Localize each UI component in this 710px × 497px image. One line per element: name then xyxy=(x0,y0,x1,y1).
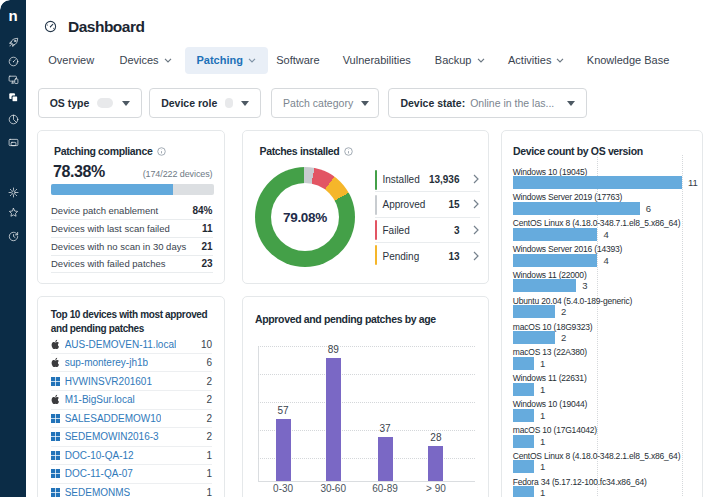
legend-label: Failed xyxy=(383,224,410,235)
brand-logo[interactable]: n xyxy=(0,7,26,24)
device-link[interactable]: DOC-11-QA-07 xyxy=(65,468,133,479)
os-bar xyxy=(513,357,534,370)
device-link[interactable]: SALESADDEMOW10 xyxy=(65,413,162,424)
legend-row-pending[interactable]: Pending13 xyxy=(375,243,480,268)
filter-label: Patch category xyxy=(283,97,353,109)
windows-icon xyxy=(51,413,61,424)
os-label: Windows Server 2019 (17763) xyxy=(513,192,696,202)
os-bar-group: Ubuntu 20.04 (5.4.0-189-generic)2 xyxy=(513,296,696,306)
tab-vulnerabilities[interactable]: Vulnerabilities xyxy=(343,46,411,74)
os-bar xyxy=(513,331,555,344)
donut-center-value: 79.08% xyxy=(283,210,327,225)
toggle-badge xyxy=(225,98,233,109)
tab-knowledge-base[interactable]: Knowledge Base xyxy=(587,46,670,74)
legend-row-approved[interactable]: Approved15 xyxy=(375,192,480,217)
settings-gear-icon[interactable] xyxy=(8,187,19,198)
favorites-star-icon[interactable] xyxy=(8,207,19,218)
windows-icon xyxy=(51,431,61,442)
chevron-down-icon xyxy=(477,58,485,63)
device-value: 1 xyxy=(206,450,212,461)
os-bar xyxy=(513,305,555,318)
patching-compliance-card: Patching compliance 78.38% (174/222 devi… xyxy=(37,130,225,284)
dashboard-gauge-icon[interactable] xyxy=(8,56,19,67)
windows-icon xyxy=(51,468,61,479)
page-title: Dashboard xyxy=(68,18,144,36)
device-value: 2 xyxy=(206,413,212,424)
legend-color-bar xyxy=(375,220,378,240)
tab-overview[interactable]: Overview xyxy=(48,46,94,74)
billing-card-icon[interactable] xyxy=(8,137,19,148)
device-link[interactable]: M1-BigSur.local xyxy=(65,394,135,405)
rocket-icon[interactable] xyxy=(8,37,19,48)
tab-devices[interactable]: Devices xyxy=(120,46,172,74)
device-row: SEDEMOWIN2016-32 xyxy=(51,428,212,447)
device-link[interactable]: SEDEMONMS xyxy=(65,487,131,497)
history-clock-icon[interactable] xyxy=(8,231,19,242)
caret-down-icon xyxy=(567,101,575,106)
apple-icon xyxy=(51,394,61,405)
legend-value: 13,936 xyxy=(429,174,460,185)
os-bar xyxy=(513,228,598,241)
os-label: Windows 10 (19044) xyxy=(513,399,696,409)
device-link[interactable]: SEDEMOWIN2016-3 xyxy=(65,431,159,442)
stat-value: 84% xyxy=(192,205,212,216)
os-label: Fedora 34 (5.17.12-100.fc34.x86_64) xyxy=(513,477,696,487)
chevron-down-icon xyxy=(164,58,172,63)
tab-backup[interactable]: Backup xyxy=(435,46,485,74)
age-bar xyxy=(378,437,393,481)
device-value: 1 xyxy=(206,487,212,497)
tab-software[interactable]: Software xyxy=(276,46,319,74)
device-value: 6 xyxy=(206,357,212,368)
os-label: Windows 10 (19045) xyxy=(513,167,696,177)
compliance-stat-row: Devices with last scan failed11 xyxy=(51,220,213,238)
filter-label: OS type xyxy=(50,97,90,109)
tab-patching[interactable]: Patching xyxy=(185,47,268,74)
os-bar-group: macOS 10 (18G9323)2 xyxy=(513,322,696,332)
device-value: 2 xyxy=(206,394,212,405)
organizations-icon[interactable] xyxy=(8,92,19,103)
legend-row-failed[interactable]: Failed3 xyxy=(375,218,480,243)
chevron-right-icon xyxy=(473,199,479,209)
os-value: 1 xyxy=(540,436,545,447)
device-link[interactable]: sup-monterey-jh1b xyxy=(65,357,148,368)
age-bar-value: 89 xyxy=(313,344,353,355)
os-bar-group: Windows 10 (19044)1 xyxy=(513,399,696,409)
patches-installed-card: Patches installed 79.08% Installed13,936… xyxy=(242,130,489,284)
filter-label: Device role xyxy=(161,97,217,109)
legend-row-installed[interactable]: Installed13,936 xyxy=(375,167,480,192)
gridline xyxy=(258,346,475,347)
filter-label: Device state: xyxy=(400,97,465,109)
dashboard-gauge-icon xyxy=(44,20,57,33)
filter-device-role[interactable]: Device role xyxy=(149,88,261,118)
tab-activities[interactable]: Activities xyxy=(508,46,564,74)
filter-device-state[interactable]: Device state:Online in the las... xyxy=(388,88,586,118)
device-link[interactable]: AUS-DEMOVEN-11.local xyxy=(65,339,177,350)
card-title: Patches installed xyxy=(260,145,340,157)
age-bar-value: 28 xyxy=(416,432,456,443)
top-devices-card: Top 10 devices with most approvedand pen… xyxy=(37,296,225,497)
caret-down-icon xyxy=(241,101,249,106)
filter-patch-category[interactable]: Patch category xyxy=(271,88,379,118)
os-value: 2 xyxy=(561,332,566,343)
info-icon[interactable] xyxy=(157,142,166,160)
os-value: 2 xyxy=(561,306,566,317)
windows-icon xyxy=(51,376,61,387)
info-icon[interactable] xyxy=(344,142,353,160)
os-value: 3 xyxy=(582,280,587,291)
tab-label: Overview xyxy=(48,54,94,66)
device-link[interactable]: DOC-10-QA-12 xyxy=(65,450,134,461)
card-title: Device count by OS version xyxy=(513,145,643,157)
age-bar-value: 57 xyxy=(263,405,303,416)
legend-color-bar xyxy=(375,195,378,215)
toggle-badge xyxy=(97,98,113,109)
os-label: macOS 10 (17G14042) xyxy=(513,425,696,435)
legend-label: Pending xyxy=(383,250,420,261)
stat-label: Devices with last scan failed xyxy=(51,223,170,234)
donut-legend: Installed13,936Approved15Failed3Pending1… xyxy=(375,167,480,268)
card-title: Patching compliance xyxy=(54,145,152,157)
device-link[interactable]: HVWINSVR201601 xyxy=(65,376,152,387)
devices-monitor-icon[interactable] xyxy=(8,74,19,85)
filter-os-type[interactable]: OS type xyxy=(38,88,143,118)
pie-chart-icon[interactable] xyxy=(8,114,19,125)
device-value: 2 xyxy=(206,431,212,442)
